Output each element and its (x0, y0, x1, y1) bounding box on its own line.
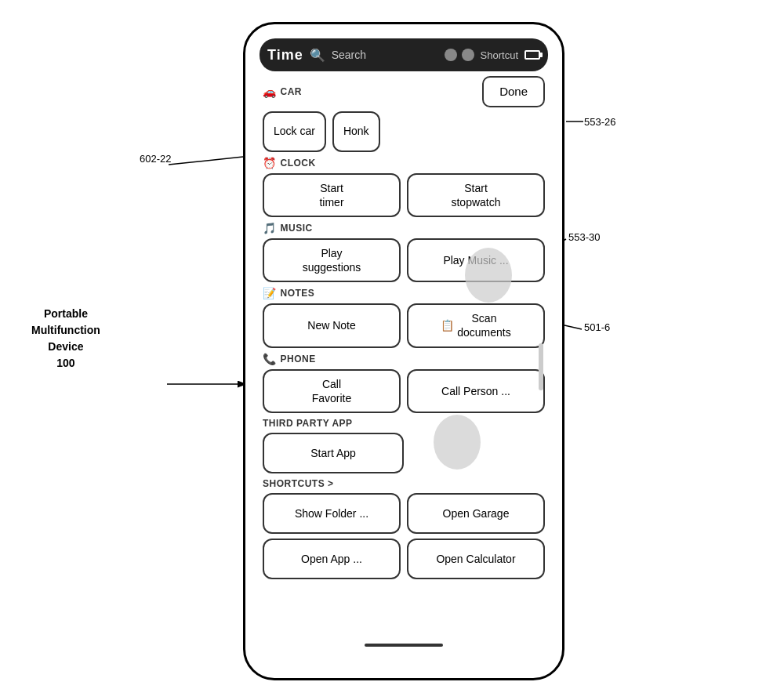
category-clock: ⏰ CLOCK Starttimer Startstopwatch (263, 157, 545, 217)
side-button-right-bottom (564, 479, 564, 526)
scan-documents-button[interactable]: 📋Scandocuments (407, 303, 545, 347)
shortcut-text: Shortcut (481, 49, 518, 61)
notes-buttons: New Note 📋Scandocuments (263, 303, 545, 347)
open-garage-button[interactable]: Open Garage (407, 493, 545, 534)
diagram-container: 502-8 602-22 553-26 553-32 553-30 501-6 … (0, 0, 784, 700)
car-header: 🚗 CAR Done (263, 76, 545, 107)
phone-screen: Time 🔍 Search Shortcut 🚗 CAR (253, 32, 554, 655)
annotation-553-30: 553-30 (568, 231, 600, 243)
music-icon: 🎵 (263, 222, 277, 234)
car-icon: 🚗 (263, 85, 277, 98)
done-button[interactable]: Done (482, 76, 545, 107)
start-app-button[interactable]: Start App (263, 433, 404, 473)
play-suggestions-button[interactable]: Playsuggestions (263, 238, 401, 282)
svg-line-6 (564, 325, 582, 329)
category-car: 🚗 CAR Done Lock car Honk (263, 76, 545, 152)
phone-device: Time 🔍 Search Shortcut 🚗 CAR (243, 22, 564, 680)
category-third-party: THIRD PARTY APP Start App (263, 418, 545, 473)
annotation-501-6: 501-6 (584, 321, 610, 333)
fingerprint-overlay-2 (434, 415, 481, 470)
notes-label: NOTES (281, 288, 315, 299)
phone-buttons: CallFavorite Call Person ... (263, 369, 545, 413)
dot-2 (462, 49, 474, 61)
third-party-header: THIRD PARTY APP (263, 418, 545, 429)
start-timer-button[interactable]: Starttimer (263, 173, 401, 217)
side-button-left-bottom (243, 165, 244, 205)
top-bar-time: Time (267, 47, 303, 63)
notes-icon: 📝 (263, 287, 277, 299)
top-bar: Time 🔍 Search Shortcut (260, 38, 548, 71)
shortcuts-row-2: Open App ... Open Calculator (263, 539, 545, 579)
open-calculator-button[interactable]: Open Calculator (407, 539, 545, 579)
fingerprint-overlay-1 (465, 248, 512, 303)
battery-icon (524, 50, 540, 60)
screen-content: 🚗 CAR Done Lock car Honk ⏰ CLOCK (253, 71, 554, 647)
category-phone: 📞 PHONE CallFavorite Call Person ... (263, 353, 545, 413)
shortcuts-row-1: Show Folder ... Open Garage (263, 493, 545, 534)
music-label: MUSIC (281, 223, 313, 234)
phone-label: PHONE (281, 354, 316, 365)
lock-car-button[interactable]: Lock car (263, 111, 326, 152)
new-note-button[interactable]: New Note (263, 303, 401, 347)
dot-1 (445, 49, 457, 61)
show-folder-button[interactable]: Show Folder ... (263, 493, 401, 534)
shortcuts-header: SHORTCUTS > (263, 478, 545, 489)
side-button-left-top (243, 118, 244, 158)
search-text[interactable]: Search (332, 49, 438, 61)
portable-device-label: PortableMultifunctionDevice100 (31, 306, 100, 372)
honk-button[interactable]: Honk (332, 111, 380, 152)
phone-header: 📞 PHONE (263, 353, 545, 365)
clock-icon: ⏰ (263, 157, 277, 169)
call-favorite-button[interactable]: CallFavorite (263, 369, 401, 413)
clock-buttons: Starttimer Startstopwatch (263, 173, 545, 217)
home-indicator (365, 644, 443, 647)
scroll-indicator[interactable] (539, 343, 543, 390)
scan-doc-icon: 📋 (441, 318, 454, 332)
music-header: 🎵 MUSIC (263, 222, 545, 234)
phone-icon: 📞 (263, 353, 277, 365)
third-party-buttons: Start App (263, 433, 545, 473)
side-button-right (564, 134, 564, 189)
call-person-button[interactable]: Call Person ... (407, 369, 545, 413)
annotation-553-26: 553-26 (584, 116, 615, 128)
open-app-button[interactable]: Open App ... (263, 539, 401, 579)
third-party-label: THIRD PARTY APP (263, 418, 353, 429)
start-stopwatch-button[interactable]: Startstopwatch (407, 173, 545, 217)
car-buttons: Lock car Honk (263, 111, 545, 152)
category-shortcuts: SHORTCUTS > Show Folder ... Open Garage … (263, 478, 545, 579)
search-icon: 🔍 (310, 48, 325, 63)
car-label: CAR (281, 86, 303, 97)
top-bar-dots (445, 49, 474, 61)
svg-line-1 (169, 157, 243, 165)
clock-header: ⏰ CLOCK (263, 157, 545, 169)
clock-label: CLOCK (281, 158, 316, 169)
annotation-602-22: 602-22 (140, 153, 171, 165)
